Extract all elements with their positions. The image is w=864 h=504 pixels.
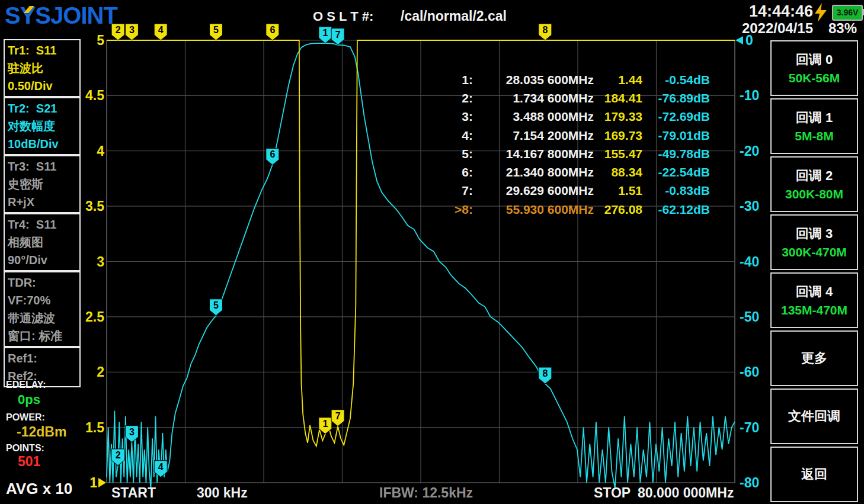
left-axis-tick: 2.5: [85, 309, 104, 325]
left-axis-tick: 3: [97, 254, 104, 269]
recall-4-button[interactable]: 回调 4 135M-470M: [770, 272, 858, 328]
left-axis-tick: 2: [97, 364, 104, 380]
marker-row: 2: 1.734 600MHz 184.41 -76.89dB: [439, 89, 711, 107]
trace-title: Tr3: S11: [8, 158, 76, 175]
marker-pin-s21-6-label: 6: [270, 149, 275, 159]
marker-db-value: -49.78dB: [642, 147, 710, 161]
trace-format: 史密斯: [8, 175, 76, 193]
left-axis-tick: 5: [97, 33, 104, 48]
points-value: 501: [18, 454, 40, 470]
recall-3-button[interactable]: 回调 3 300K-470M: [770, 214, 858, 270]
start-value[interactable]: 300 kHz: [197, 485, 248, 501]
power-value: -12dBm: [17, 424, 66, 440]
marker-row: 5: 14.167 800MHz 155.47 -49.78dB: [439, 145, 711, 163]
swr-ref-triangle-icon: [98, 478, 106, 487]
trace-format: 相频图: [8, 233, 76, 251]
trace-scale: 0.50/Div: [8, 77, 76, 95]
marker-pin-swr-1-label: 1: [322, 419, 328, 429]
marker-pin-swr-7-label: 7: [335, 411, 341, 421]
marker-db-value: -22.54dB: [642, 165, 710, 179]
start-label[interactable]: START: [111, 485, 156, 501]
back-button[interactable]: 返回: [770, 447, 858, 502]
marker-swr-value: 184.41: [594, 91, 642, 105]
stop-value[interactable]: 80.000 000MHz: [638, 485, 734, 501]
right-axis-tick: -70: [740, 420, 759, 435]
left-axis-tick: 1.5: [85, 420, 104, 435]
db-ref-triangle-icon: [735, 36, 743, 44]
trace-title: Tr1: S11: [8, 41, 76, 59]
marker-db-value: -62.12dB: [642, 203, 710, 217]
tdr-title: TDR:: [8, 274, 76, 291]
button-title: 回调 2: [796, 167, 833, 185]
tdr-vf: VF:70%: [8, 291, 76, 309]
trace-box-tr3[interactable]: Tr3: S11 史密斯 R+jX: [4, 155, 81, 213]
marker-pin-swr-5-label: 5: [213, 25, 219, 35]
marker-swr-value: 1.44: [594, 73, 642, 87]
marker-number: 1:: [439, 73, 473, 87]
edelay-label: EDELAY:: [6, 380, 46, 390]
button-range: 50K-56M: [789, 71, 840, 85]
button-range: 5M-8M: [795, 129, 833, 143]
marker-swr-value: 276.08: [594, 203, 642, 217]
battery-percent: 83%: [815, 20, 857, 37]
stop-label[interactable]: STOP: [594, 485, 631, 501]
tdr-box[interactable]: TDR: VF:70% 带通滤波 窗口: 标准: [4, 271, 81, 347]
right-axis-tick: -10: [740, 88, 759, 103]
trace-box-tr1[interactable]: Tr1: S11 驻波比 0.50/Div: [4, 39, 81, 97]
marker-swr-value: 155.47: [594, 147, 642, 161]
clock-time: 14:44:46: [695, 2, 813, 21]
marker-row-active: >8: 55.930 600MHz 276.08 -62.12dB: [439, 200, 711, 219]
trace-box-tr4[interactable]: Tr4: S11 相频图 90°/Div: [4, 213, 81, 271]
marker-frequency: 28.035 600MHz: [473, 73, 594, 87]
marker-pin-swr-8-label: 8: [542, 25, 548, 35]
trace-title: Tr2: S21: [8, 99, 76, 117]
marker-pin-s21-5-label: 5: [213, 300, 219, 310]
marker-number: 6:: [439, 165, 473, 179]
trace-box-tr2[interactable]: Tr2: S21 对数幅度 10dB/Div: [4, 97, 81, 155]
cal-file-path[interactable]: /cal/normal/2.cal: [401, 8, 507, 24]
clock-date: 2022/04/15: [695, 20, 813, 37]
avg-label: AVG x 10: [6, 480, 72, 498]
marker-db-value: -79.01dB: [642, 129, 710, 143]
trace-scale: 10dB/Div: [8, 135, 76, 153]
cal-status-label: O S L T #:: [313, 9, 373, 24]
battery-voltage: 3.96V: [833, 6, 862, 20]
more-button[interactable]: 更多: [770, 330, 858, 386]
button-range: 300K-80M: [785, 187, 843, 201]
marker-db-value: -0.54dB: [642, 73, 710, 87]
recall-2-button[interactable]: 回调 2 300K-80M: [770, 156, 858, 212]
marker-number: 4:: [439, 129, 473, 143]
trace-format: 对数幅度: [8, 117, 76, 135]
marker-frequency: 1.734 600MHz: [473, 91, 594, 105]
marker-frequency: 3.488 000MHz: [473, 110, 594, 124]
marker-number: 5:: [439, 147, 473, 161]
button-title: 回调 1: [796, 109, 833, 127]
marker-pin-s21-7-label: 7: [335, 30, 341, 40]
marker-swr-value: 1.51: [594, 184, 642, 198]
ifbw-value[interactable]: IFBW: 12.5kHz: [379, 485, 473, 501]
marker-number: 2:: [439, 91, 473, 105]
marker-number: >8:: [439, 203, 473, 217]
left-axis-tick: 4: [97, 143, 104, 159]
button-range: 135M-470M: [781, 303, 847, 317]
marker-pin-s21-8-label: 8: [542, 368, 548, 378]
recall-0-button[interactable]: 回调 0 50K-56M: [770, 40, 858, 96]
marker-row: 7: 29.629 600MHz 1.51 -0.83dB: [439, 182, 711, 200]
button-range: 300K-470M: [782, 245, 847, 259]
right-axis-tick: -50: [740, 309, 759, 325]
marker-pin-swr-3-label: 3: [129, 25, 135, 35]
button-title: 文件回调: [788, 407, 840, 425]
marker-pin-s21-2-label: 2: [116, 450, 121, 460]
marker-frequency: 14.167 800MHz: [473, 147, 594, 161]
ref1-label: Ref1:: [8, 349, 76, 367]
file-recall-button[interactable]: 文件回调: [770, 389, 858, 444]
trace-format: 驻波比: [8, 59, 76, 77]
marker-swr-value: 169.73: [594, 129, 642, 143]
marker-row: 3: 3.488 000MHz 179.33 -72.69dB: [439, 108, 711, 126]
recall-1-button[interactable]: 回调 1 5M-8M: [770, 98, 858, 154]
trace-title: Tr4: S11: [8, 216, 76, 233]
chart-canvas[interactable]: 54.543.532.521.510-10-20-30-40-50-60-70-…: [0, 0, 864, 504]
right-axis-tick: -40: [740, 254, 759, 269]
marker-db-value: -76.89dB: [642, 91, 710, 105]
vna-screen: 54.543.532.521.510-10-20-30-40-50-60-70-…: [0, 0, 864, 504]
